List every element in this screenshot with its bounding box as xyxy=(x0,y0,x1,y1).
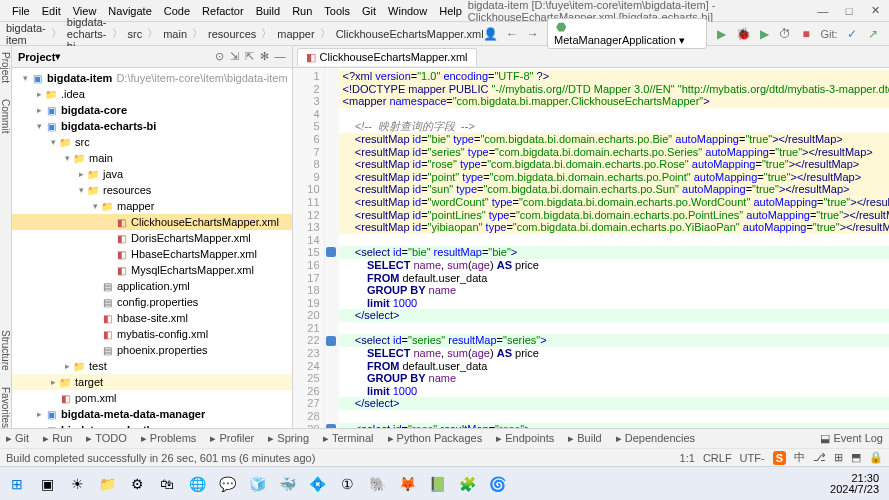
tree-node[interactable]: ▤config.properties xyxy=(12,294,292,310)
debug-icon[interactable]: 🐞 xyxy=(736,27,750,41)
tree-node[interactable]: ▸📁java xyxy=(12,166,292,182)
mem[interactable]: ⬒ xyxy=(851,451,861,464)
run-icon[interactable]: ▶ xyxy=(715,27,728,41)
tree-node[interactable]: ◧MysqlEchartsMapper.xml xyxy=(12,262,292,278)
tool-todo[interactable]: ▸ TODO xyxy=(86,432,126,445)
firefox-icon[interactable]: 🦊 xyxy=(394,471,420,497)
editor-tab[interactable]: ◧ ClickhouseEchartsMapper.xml xyxy=(297,48,477,66)
chrome-icon[interactable]: 🌐 xyxy=(184,471,210,497)
git-push-icon[interactable]: ↗ xyxy=(866,27,879,41)
pg-icon[interactable]: 🐘 xyxy=(364,471,390,497)
tree-node[interactable]: ▤phoenix.properties xyxy=(12,342,292,358)
ime-icon[interactable]: 中 xyxy=(794,450,805,465)
user-icon[interactable]: 👤 xyxy=(484,27,498,41)
explorer-icon[interactable]: 📁 xyxy=(94,471,120,497)
tree-node[interactable]: ▤application.yml xyxy=(12,278,292,294)
one-icon[interactable]: ① xyxy=(334,471,360,497)
tool-spring[interactable]: ▸ Spring xyxy=(268,432,309,445)
project-tool[interactable]: Project xyxy=(0,52,11,83)
tree-node[interactable]: ◧pom.xml xyxy=(12,390,292,406)
tool-terminal[interactable]: ▸ Terminal xyxy=(323,432,373,445)
caret-pos[interactable]: 1:1 xyxy=(680,452,695,464)
tree-node[interactable]: ▾📁mapper xyxy=(12,198,292,214)
tool-git[interactable]: ▸ Git xyxy=(6,432,29,445)
idea-icon[interactable]: 💠 xyxy=(304,471,330,497)
git-branch[interactable]: ⎇ xyxy=(813,451,826,464)
sogou-icon[interactable]: S xyxy=(773,451,786,465)
status-bar: Build completed successfully in 26 sec, … xyxy=(0,448,889,466)
close-icon[interactable]: ✕ xyxy=(867,3,883,19)
tree-node[interactable]: ◧HbaseEchartsMapper.xml xyxy=(12,246,292,262)
vm-icon[interactable]: 🧩 xyxy=(454,471,480,497)
code-area[interactable]: <?xml version="1.0" encoding="UTF-8" ?><… xyxy=(339,68,889,428)
tree-node[interactable]: ◧DorisEchartsMapper.xml xyxy=(12,230,292,246)
expand-icon[interactable]: ⇲ xyxy=(230,50,239,63)
tool-dependencies[interactable]: ▸ Dependencies xyxy=(616,432,695,445)
toolbar: bigdata-item〉bigdata-echarts-bi〉src〉main… xyxy=(0,22,889,46)
run-config-select[interactable]: ⬣ MetaManagerApplication ▾ xyxy=(547,18,707,49)
tree-node[interactable]: ▸📁target xyxy=(12,374,292,390)
store-icon[interactable]: 🛍 xyxy=(154,471,180,497)
tree-node[interactable]: ▾📁main xyxy=(12,150,292,166)
settings-icon[interactable]: ✻ xyxy=(260,50,269,63)
stop-icon[interactable]: ■ xyxy=(800,27,813,41)
task-view-icon[interactable]: ▣ xyxy=(34,471,60,497)
xml-icon: ◧ xyxy=(306,51,316,64)
project-panel: Project ▾ ⊙ ⇲ ⇱ ✻ — ▾▣bigdata-itemD:\fuy… xyxy=(12,46,293,428)
clock[interactable]: 21:302024/7/23 xyxy=(830,473,885,495)
encoding[interactable]: UTF- xyxy=(740,452,765,464)
lock-icon[interactable]: 🔒 xyxy=(869,451,883,464)
profile-icon[interactable]: ⏱ xyxy=(779,27,792,41)
commit-tool[interactable]: Commit xyxy=(0,99,11,133)
tree-node[interactable]: ◧mybatis-config.xml xyxy=(12,326,292,342)
start-icon[interactable]: ⊞ xyxy=(4,471,30,497)
weather-icon[interactable]: ☀ xyxy=(64,471,90,497)
tree-node[interactable]: ▾▣bigdata-echarts-bi xyxy=(12,118,292,134)
status-message: Build completed successfully in 26 sec, … xyxy=(6,452,315,464)
tree-node[interactable]: ▾▣bigdata-itemD:\fuye\item-core\item\big… xyxy=(12,70,292,86)
tree-node[interactable]: ▸📁test xyxy=(12,358,292,374)
collapse-icon[interactable]: ⇱ xyxy=(245,50,254,63)
hide-icon[interactable]: — xyxy=(275,50,286,63)
tree-node[interactable]: ▾📁src xyxy=(12,134,292,150)
tree-node[interactable]: ▸▣bigdata-meta-data-manager xyxy=(12,406,292,422)
docker-icon[interactable]: 🐳 xyxy=(274,471,300,497)
tool-problems[interactable]: ▸ Problems xyxy=(141,432,197,445)
xshell-icon[interactable]: 📗 xyxy=(424,471,450,497)
tool-build[interactable]: ▸ Build xyxy=(568,432,602,445)
editor: ◧ ClickhouseEchartsMapper.xml 1234567891… xyxy=(293,46,889,428)
tree-node[interactable]: ▸📁.idea xyxy=(12,86,292,102)
indent[interactable]: ⊞ xyxy=(834,451,843,464)
maximize-icon[interactable]: □ xyxy=(841,3,857,19)
tool-profiler[interactable]: ▸ Profiler xyxy=(210,432,254,445)
tree-node[interactable]: ◧ClickhouseEchartsMapper.xml xyxy=(12,214,292,230)
project-tree[interactable]: ▾▣bigdata-itemD:\fuye\item-core\item\big… xyxy=(12,68,292,428)
tree-node[interactable]: ▾📁resources xyxy=(12,182,292,198)
qq-icon[interactable]: 💬 xyxy=(214,471,240,497)
left-tool-bar: Project Commit Structure Favorites xyxy=(0,46,12,428)
coverage-icon[interactable]: ▶ xyxy=(758,27,771,41)
favorites-tool[interactable]: Favorites xyxy=(0,387,11,428)
code-icon[interactable]: 🧊 xyxy=(244,471,270,497)
git-update-icon[interactable]: ✓ xyxy=(846,27,859,41)
tree-node[interactable]: ▸▣bigdata-core xyxy=(12,102,292,118)
gutter[interactable]: 1234567891011121314151617181920212223242… xyxy=(293,68,325,428)
settings-app-icon[interactable]: ⚙ xyxy=(124,471,150,497)
edge-icon[interactable]: 🌀 xyxy=(484,471,510,497)
project-title: Project xyxy=(18,51,55,63)
line-sep[interactable]: CRLF xyxy=(703,452,732,464)
bottom-toolbar: ▸ Git▸ Run▸ TODO▸ Problems▸ Profiler▸ Sp… xyxy=(0,428,889,448)
tree-node[interactable]: ◧hbase-site.xml xyxy=(12,310,292,326)
structure-tool[interactable]: Structure xyxy=(0,330,11,371)
forward-icon[interactable]: → xyxy=(526,27,539,41)
tool-endpoints[interactable]: ▸ Endpoints xyxy=(496,432,554,445)
minimize-icon[interactable]: — xyxy=(815,3,831,19)
back-icon[interactable]: ← xyxy=(506,27,519,41)
gutter-marks xyxy=(325,68,339,428)
event-log[interactable]: ⬓ Event Log xyxy=(820,432,883,445)
tool-python-packages[interactable]: ▸ Python Packages xyxy=(388,432,483,445)
windows-taskbar[interactable]: ⊞ ▣ ☀ 📁 ⚙ 🛍 🌐 💬 🧊 🐳 💠 ① 🐘 🦊 📗 🧩 🌀 21:302… xyxy=(0,466,889,500)
tool-run[interactable]: ▸ Run xyxy=(43,432,72,445)
select-opened-icon[interactable]: ⊙ xyxy=(215,50,224,63)
